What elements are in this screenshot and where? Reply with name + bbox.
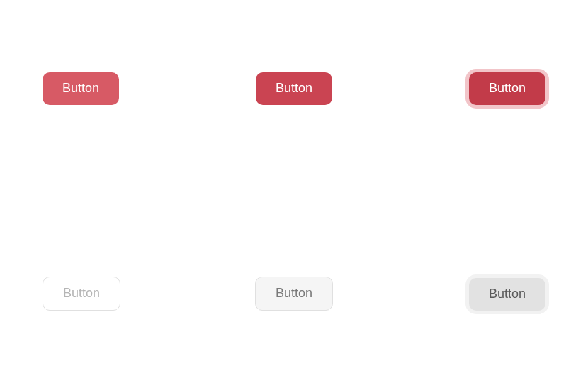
cell-secondary-focus: Button [378,262,545,340]
cell-secondary-default: Button [43,262,210,340]
primary-button-hover[interactable]: Button [256,72,332,105]
button-label: Button [276,81,312,96]
cell-primary-default: Button [43,43,210,121]
button-label: Button [63,286,100,301]
button-label: Button [489,81,526,96]
button-label: Button [489,287,526,302]
cell-primary-hover: Button [210,43,378,121]
primary-button-focus[interactable]: Button [469,72,545,105]
button-label: Button [62,81,99,96]
secondary-button-default[interactable]: Button [43,277,120,311]
secondary-button-hover[interactable]: Button [255,277,333,311]
button-label: Button [276,286,312,301]
button-states-grid: Button Button Button Button Button Butto… [0,0,588,383]
cell-secondary-hover: Button [210,262,378,340]
secondary-button-focus[interactable]: Button [469,278,545,311]
primary-button-default[interactable]: Button [43,72,119,105]
cell-primary-focus: Button [378,43,545,121]
